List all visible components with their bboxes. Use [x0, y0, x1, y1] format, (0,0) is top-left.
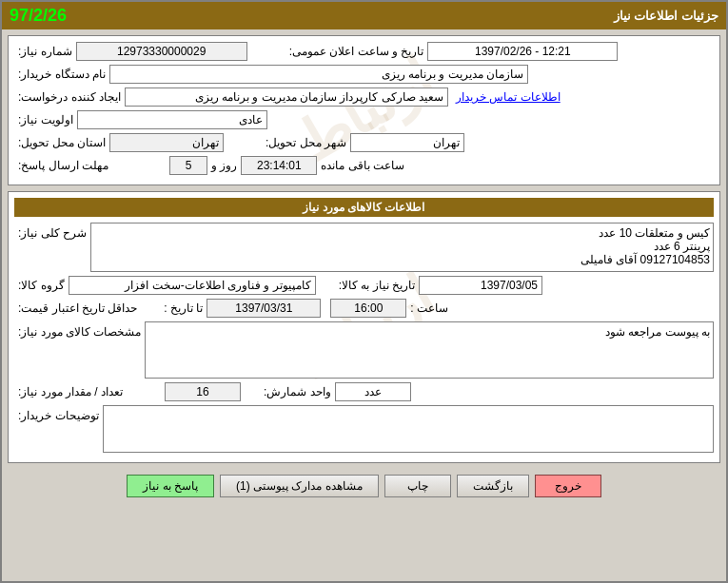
back-button[interactable]: بازگشت — [457, 475, 529, 497]
need-desc-box: کیس و متعلقات 10 عدد پرینتر 6 عدد 091271… — [90, 223, 714, 272]
reply-button[interactable]: پاسخ به نیاز — [127, 475, 214, 497]
row-price-validity: ساعت : 16:00 1397/03/31 تا تاریخ : حداقل… — [14, 299, 714, 318]
deadline-day: 5 — [169, 156, 207, 175]
row-creator: اطلاعات تماس خریدار سعید صارکی کارپرداز … — [14, 87, 714, 107]
bottom-buttons-bar: خروج بازگشت چاپ مشاهده مدارک پیوستی (1) … — [2, 469, 726, 503]
delivery-province-value: تهران — [109, 133, 224, 152]
deadline-time: 23:14:01 — [241, 156, 317, 175]
priority-label: اولویت نیاز: — [14, 113, 77, 126]
delivery-city-label: شهر محل تحویل: — [262, 136, 350, 149]
need-date-value: 1397/03/05 — [419, 276, 542, 295]
unit-value: عدد — [335, 382, 411, 401]
goods-section: ارتباط اطلاعات کالاهای مورد نیاز کیس و م… — [8, 191, 720, 463]
row-request-number: 1397/02/26 - 12:21 تاریخ و ساعت اعلان عم… — [14, 42, 714, 61]
main-info-section: ارتباط 1397/02/26 - 12:21 تاریخ و ساعت ا… — [8, 35, 720, 185]
goods-section-header: اطلاعات کالاهای مورد نیاز — [14, 198, 714, 217]
price-validity-date: 1397/03/31 — [207, 299, 321, 318]
announcement-date-value: 1397/02/26 - 12:21 — [427, 42, 618, 61]
price-validity-to-label: تا تاریخ : — [160, 301, 207, 315]
org-name-value: سازمان مدیریت و برنامه ریزی — [109, 65, 528, 84]
goods-specs-box: به پیوست مراجعه شود — [145, 321, 714, 379]
goods-group-value: کامپیوتر و فناوری اطلاعات-سخت افزار — [69, 276, 316, 295]
need-desc-line1: کیس و متعلقات 10 عدد — [94, 226, 710, 240]
request-number-label: شماره نیاز: — [14, 45, 76, 58]
row-buyer-desc: توضیحات خریدار: — [14, 405, 714, 453]
print-button[interactable]: چاپ — [384, 475, 451, 497]
goods-specs-value: به پیوست مراجعه شود — [605, 325, 710, 339]
announcement-date-label: تاریخ و ساعت اعلان عمومی: — [285, 45, 428, 58]
row-quantity: عدد واحد شمارش: 16 تعداد / مقدار مورد نی… — [14, 382, 714, 401]
price-validity-time-label: ساعت : — [406, 301, 452, 315]
row-org-name: سازمان مدیریت و برنامه ریزی نام دستگاه خ… — [14, 65, 714, 84]
goods-specs-label: مشخصات کالای مورد نیاز: — [14, 321, 145, 339]
exit-button[interactable]: خروج — [535, 475, 601, 497]
goods-group-label: گروه کالا: — [14, 279, 69, 292]
need-desc-label: شرح کلی نیاز: — [14, 223, 90, 240]
delivery-city-value: تهران — [350, 133, 464, 152]
creator-label: ایجاد کننده درخواست: — [14, 90, 125, 104]
deadline-remaining-label: ساعت باقی مانده — [317, 159, 408, 172]
page-title: جزئیات اطلاعات نیاز — [614, 9, 718, 23]
main-container: جزئیات اطلاعات نیاز 97/2/26 ارتباط 1397/… — [0, 0, 728, 583]
price-validity-label: حداقل تاریخ اعتبار قیمت: — [14, 301, 141, 315]
unit-label: واحد شمارش: — [260, 385, 335, 398]
buyer-desc-box — [103, 405, 714, 453]
need-date-label: تاریخ نیاز به کالا: — [335, 279, 419, 292]
deadline-day-label: روز و — [207, 159, 241, 172]
row-goods-group: 1397/03/05 تاریخ نیاز به کالا: کامپیوتر … — [14, 276, 714, 295]
priority-value: عادی — [77, 110, 267, 129]
price-validity-time: 16:00 — [330, 299, 406, 318]
quantity-label: تعداد / مقدار مورد نیاز: — [14, 385, 127, 398]
deadline-label: مهلت ارسال پاسخ: — [14, 159, 112, 172]
row-delivery: تهران شهر محل تحویل: تهران استان محل تحو… — [14, 133, 714, 152]
row-need-desc: کیس و متعلقات 10 عدد پرینتر 6 عدد 091271… — [14, 223, 714, 272]
contact-link[interactable]: اطلاعات تماس خریدار — [456, 90, 561, 104]
row-priority: عادی اولویت نیاز: — [14, 110, 714, 129]
request-number-value: 12973330000029 — [76, 42, 247, 61]
delivery-province-label: استان محل تحویل: — [14, 136, 109, 149]
need-desc-line2: پرینتر 6 عدد — [94, 240, 710, 253]
top-bar: جزئیات اطلاعات نیاز 97/2/26 — [2, 2, 726, 29]
quantity-value: 16 — [165, 382, 241, 401]
org-name-label: نام دستگاه خریدار: — [14, 68, 109, 81]
creator-value: سعید صارکی کارپرداز سازمان مدیریت و برنا… — [125, 87, 448, 107]
buyer-desc-label: توضیحات خریدار: — [14, 405, 103, 422]
row-goods-specs: به پیوست مراجعه شود مشخصات کالای مورد نی… — [14, 321, 714, 379]
view-attachments-button[interactable]: مشاهده مدارک پیوستی (1) — [220, 475, 379, 497]
need-desc-line3: 09127104853 آقای فامیلی — [94, 253, 710, 266]
current-date: 97/2/26 — [10, 6, 67, 26]
row-deadline: ساعت باقی مانده 23:14:01 روز و 5 مهلت ار… — [14, 156, 714, 175]
